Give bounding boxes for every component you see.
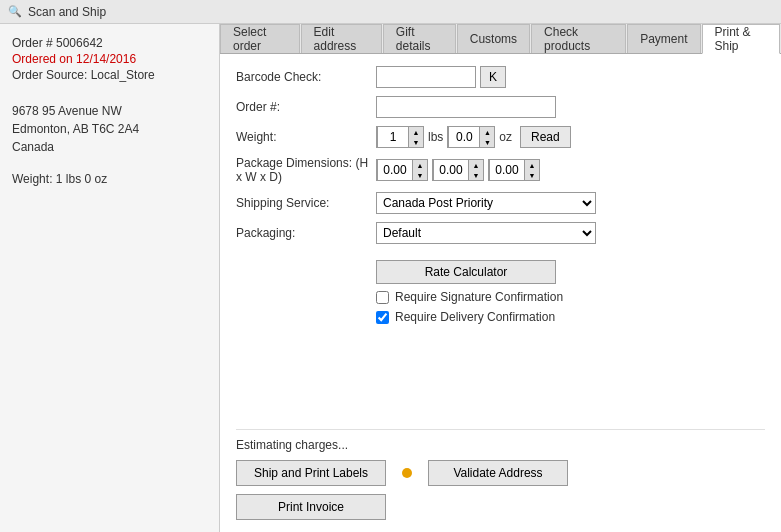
main-container: Order # 5006642 Ordered on 12/14/2016 Or… [0, 24, 781, 532]
read-button[interactable]: Read [520, 126, 571, 148]
tab-check-products[interactable]: Check products [531, 24, 626, 53]
packaging-row: Packaging: Default Custom Package Letter… [236, 222, 765, 244]
dimensions-group: 0.00 ▲ ▼ 0.00 ▲ ▼ 0.00 [376, 159, 540, 181]
signature-checkbox[interactable] [376, 291, 389, 304]
lbs-spinner-buttons: ▲ ▼ [409, 127, 423, 147]
shipping-service-row: Shipping Service: Canada Post Priority C… [236, 192, 765, 214]
w-spinner-buttons: ▲ ▼ [469, 160, 483, 180]
w-spinner: 0.00 ▲ ▼ [432, 159, 484, 181]
shipping-service-select[interactable]: Canada Post Priority Canada Post Expedit… [376, 192, 596, 214]
shipping-service-label: Shipping Service: [236, 196, 376, 210]
estimating-text: Estimating charges... [236, 438, 765, 452]
order-date: Ordered on 12/14/2016 [12, 52, 207, 66]
order-source: Order Source: Local_Store [12, 68, 207, 82]
title-bar-text: Scan and Ship [28, 5, 106, 19]
barcode-check-input[interactable] [376, 66, 476, 88]
order-number-input[interactable] [376, 96, 556, 118]
tab-payment[interactable]: Payment [627, 24, 700, 53]
address-line2: Edmonton, AB T6C 2A4 [12, 120, 207, 138]
order-number: Order # 5006642 [12, 36, 207, 50]
lbs-down-button[interactable]: ▼ [409, 137, 423, 147]
print-invoice-button[interactable]: Print Invoice [236, 494, 386, 520]
d-down-button[interactable]: ▼ [525, 170, 539, 180]
weight-text: Weight: 1 lbs 0 oz [12, 172, 207, 186]
order-date-value: 12/14/2016 [76, 52, 136, 66]
oz-unit: oz [499, 130, 512, 144]
tab-edit-address[interactable]: Edit address [301, 24, 382, 53]
dimensions-label: Package Dimensions: (H x W x D) [236, 156, 376, 184]
rate-calculator-button[interactable]: Rate Calculator [376, 260, 556, 284]
w-up-button[interactable]: ▲ [469, 160, 483, 170]
order-info: Order # 5006642 Ordered on 12/14/2016 Or… [12, 36, 207, 82]
right-panel: Select order Edit address Gift details C… [220, 24, 781, 532]
packaging-select[interactable]: Default Custom Package Letter Flat Rate … [376, 222, 596, 244]
lbs-up-button[interactable]: ▲ [409, 127, 423, 137]
rate-calc-section: Rate Calculator [236, 256, 765, 284]
status-dot [402, 468, 412, 478]
k-button[interactable]: K [480, 66, 506, 88]
address-section: 9678 95 Avenue NW Edmonton, AB T6C 2A4 C… [12, 102, 207, 156]
h-spinner: 0.00 ▲ ▼ [376, 159, 428, 181]
packaging-label: Packaging: [236, 226, 376, 240]
oz-up-button[interactable]: ▲ [480, 127, 494, 137]
h-down-button[interactable]: ▼ [413, 170, 427, 180]
tab-gift-details[interactable]: Gift details [383, 24, 456, 53]
delivery-checkbox[interactable] [376, 311, 389, 324]
d-up-button[interactable]: ▲ [525, 160, 539, 170]
ordered-on-label: Ordered on [12, 52, 73, 66]
d-input[interactable]: 0.00 [489, 159, 525, 181]
order-number-row: Order #: [236, 96, 765, 118]
delivery-row: Require Delivery Confirmation [376, 310, 765, 324]
w-input[interactable]: 0.00 [433, 159, 469, 181]
bottom-section: Estimating charges... Ship and Print Lab… [236, 429, 765, 520]
delivery-label: Require Delivery Confirmation [395, 310, 555, 324]
left-panel: Order # 5006642 Ordered on 12/14/2016 Or… [0, 24, 220, 532]
lbs-input[interactable]: 1 [377, 126, 409, 148]
title-bar: 🔍 Scan and Ship [0, 0, 781, 24]
w-down-button[interactable]: ▼ [469, 170, 483, 180]
tab-print-ship[interactable]: Print & Ship [702, 24, 780, 54]
h-up-button[interactable]: ▲ [413, 160, 427, 170]
bottom-buttons: Ship and Print Labels Validate Address [236, 460, 765, 486]
signature-label: Require Signature Confirmation [395, 290, 563, 304]
print-invoice-section: Print Invoice [236, 490, 765, 520]
order-number-label: Order #: [236, 100, 376, 114]
dimensions-row: Package Dimensions: (H x W x D) 0.00 ▲ ▼… [236, 156, 765, 184]
content-area: Barcode Check: K Order #: Weight: 1 ▲ ▼ [220, 54, 781, 532]
weight-label: Weight: [236, 130, 376, 144]
tab-select-order[interactable]: Select order [220, 24, 300, 53]
d-spinner: 0.00 ▲ ▼ [488, 159, 540, 181]
address-line3: Canada [12, 138, 207, 156]
weight-row: Weight: 1 ▲ ▼ lbs 0.0 ▲ ▼ oz [236, 126, 765, 148]
h-input[interactable]: 0.00 [377, 159, 413, 181]
scan-ship-icon: 🔍 [8, 5, 22, 18]
oz-spinner-buttons: ▲ ▼ [480, 127, 494, 147]
validate-address-button[interactable]: Validate Address [428, 460, 568, 486]
address-line1: 9678 95 Avenue NW [12, 102, 207, 120]
d-spinner-buttons: ▲ ▼ [525, 160, 539, 180]
ship-print-labels-button[interactable]: Ship and Print Labels [236, 460, 386, 486]
tab-customs[interactable]: Customs [457, 24, 530, 53]
oz-input[interactable]: 0.0 [448, 126, 480, 148]
barcode-check-row: Barcode Check: K [236, 66, 765, 88]
tabs: Select order Edit address Gift details C… [220, 24, 781, 54]
h-spinner-buttons: ▲ ▼ [413, 160, 427, 180]
weight-section: Weight: 1 lbs 0 oz [12, 172, 207, 186]
barcode-check-label: Barcode Check: [236, 70, 376, 84]
signature-row: Require Signature Confirmation [376, 290, 765, 304]
lbs-spinner: 1 ▲ ▼ [376, 126, 424, 148]
oz-spinner: 0.0 ▲ ▼ [447, 126, 495, 148]
oz-down-button[interactable]: ▼ [480, 137, 494, 147]
lbs-unit: lbs [428, 130, 443, 144]
